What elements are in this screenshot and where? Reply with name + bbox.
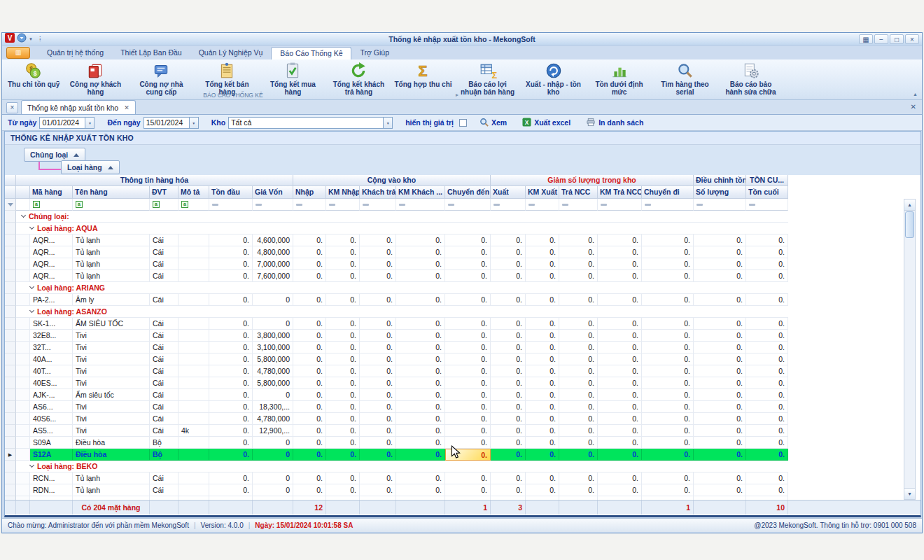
group-row-cell[interactable]: Loại hàng: ARIANG [16, 282, 788, 294]
cell-toncuoi[interactable]: 0. [746, 484, 788, 496]
ribbon-tab[interactable]: Trợ Giúp [351, 47, 398, 59]
cell-xuat[interactable]: 0. [491, 234, 526, 246]
cell-dvt[interactable]: Cái [150, 342, 178, 354]
close-tab-group-icon[interactable]: × [6, 102, 18, 113]
cell-kmxuat[interactable]: 0. [526, 377, 559, 389]
cell-ma[interactable]: PA-2... [30, 294, 73, 306]
column-header-dvt[interactable]: ĐVT [150, 186, 178, 199]
cell-kmkhachtra[interactable]: 0. [396, 425, 445, 437]
cell-chuyendi[interactable]: 0. [642, 294, 694, 306]
cell-dvt[interactable]: Cái [150, 354, 178, 365]
cell-chuyendi[interactable]: 0. [642, 330, 694, 342]
cell-soluong[interactable]: 0. [694, 472, 746, 484]
cell-chuyenden[interactable]: 0. [445, 246, 491, 258]
cell-trancc[interactable]: 0. [559, 294, 598, 306]
group-row-cell[interactable]: Loại hàng: BEKO [16, 461, 788, 472]
cell-khachtra[interactable]: 0. [360, 342, 396, 354]
cell-toncuoi[interactable]: 0. [746, 413, 788, 425]
table-row[interactable]: ▶S12AĐiều hòaBộ0.00.0.0.0.0.0.0.0.0.0.0.… [5, 449, 920, 461]
chevron-down-icon[interactable] [21, 213, 26, 218]
cell-kmxuat[interactable]: 0. [526, 484, 559, 496]
cell-soluong[interactable]: 0. [694, 401, 746, 413]
cell-xuat[interactable]: 0. [491, 258, 526, 270]
column-header-soluong[interactable]: Số lượng [694, 186, 746, 199]
table-row[interactable]: AS5...TiviCái4k0.12,900,...0.0.0.0.0.0.0… [5, 425, 920, 437]
cell-khachtra[interactable]: 0. [360, 425, 396, 437]
cell-dvt[interactable]: Cái [150, 401, 178, 413]
cell-mota[interactable]: 4k [178, 425, 209, 437]
cell-nhap[interactable]: 0. [293, 377, 326, 389]
cell-ma[interactable]: SK-1... [30, 318, 73, 330]
cell-giavon[interactable]: 0 [253, 449, 293, 461]
cell-trancc[interactable]: 0. [559, 449, 598, 461]
cell-kmtrancc[interactable]: 0. [598, 472, 642, 484]
cell-dvt[interactable]: Cái [150, 389, 178, 401]
cell-giavon[interactable]: 5,800,000 [253, 377, 293, 389]
cell-soluong[interactable]: 0. [694, 258, 746, 270]
cell-tondau[interactable]: 0. [209, 330, 253, 342]
filter-cell-kmtrancc[interactable] [598, 199, 642, 211]
cell-chuyendi[interactable]: 0. [642, 234, 694, 246]
table-row[interactable]: RDN...Tủ lạnhCái0.00.0.0.0.0.0.0.0.0.0.0… [5, 484, 920, 496]
table-row[interactable]: 40S6...TiviCái0.4,780,0000.0.0.0.0.0.0.0… [5, 413, 920, 425]
cell-mota[interactable] [178, 484, 209, 496]
cell-giavon[interactable]: 0 [253, 484, 293, 496]
cell-kmxuat[interactable]: 0. [526, 365, 559, 377]
cell-kmnhap[interactable]: 0. [326, 389, 360, 401]
cell-ma[interactable]: AQR... [30, 246, 73, 258]
warehouse-select[interactable] [228, 117, 384, 129]
to-date-input[interactable] [144, 117, 190, 129]
cell-mota[interactable] [178, 413, 209, 425]
cell-kmkhachtra[interactable]: 0. [396, 389, 445, 401]
ribbon-collapse-icon[interactable]: ▲ [913, 92, 918, 97]
from-date-dropdown-icon[interactable]: ▼ [85, 117, 94, 129]
band-header[interactable]: TỒN CU... [746, 175, 788, 186]
cell-kmxuat[interactable]: 0. [526, 330, 559, 342]
cell-kmxuat[interactable]: 0. [526, 294, 559, 306]
cell-ten[interactable]: Tivi [73, 342, 150, 354]
from-date-input[interactable] [39, 117, 85, 129]
cell-soluong[interactable]: 0. [694, 234, 746, 246]
column-header-tondau[interactable]: Tồn đầu [209, 186, 253, 199]
cell-kmtrancc[interactable]: 0. [598, 246, 642, 258]
cell-kmxuat[interactable]: 0. [526, 449, 559, 461]
cell-mota[interactable] [178, 389, 209, 401]
filter-cell-kmnhap[interactable] [326, 199, 360, 211]
cell-kmtrancc[interactable]: 0. [598, 258, 642, 270]
cell-kmxuat[interactable]: 0. [526, 413, 559, 425]
cell-ten[interactable]: Tivi [73, 330, 150, 342]
table-row[interactable]: S09AĐiều hòaBộ0.00.0.0.0.0.0.0.0.0.0.0.0… [5, 437, 920, 449]
cell-giavon[interactable]: 3,100,000 [253, 342, 293, 354]
cell-chuyendi[interactable]: 0. [642, 484, 694, 496]
cell-mota[interactable] [178, 246, 209, 258]
cell-soluong[interactable]: 0. [694, 270, 746, 282]
cell-tondau[interactable]: 0. [209, 377, 253, 389]
table-row[interactable]: AQR...Tủ lạnhCái0.7,600,0000.0.0.0.0.0.0… [5, 270, 920, 282]
group-row-cell[interactable]: Loại hàng: AQUA [16, 223, 788, 234]
column-header-xuat[interactable]: Xuất [491, 186, 526, 199]
cell-mota[interactable] [178, 294, 209, 306]
cell-tondau[interactable]: 0. [209, 389, 253, 401]
cell-toncuoi[interactable]: 0. [746, 270, 788, 282]
cell-kmxuat[interactable]: 0. [526, 401, 559, 413]
cell-chuyendi[interactable]: 0. [642, 342, 694, 354]
cell-xuat[interactable]: 0. [491, 330, 526, 342]
cell-nhap[interactable]: 0. [293, 354, 326, 365]
cell-trancc[interactable]: 0. [559, 484, 598, 496]
group-by-chung-loai[interactable]: Chủng loại [24, 148, 85, 162]
filter-cell-khachtra[interactable] [360, 199, 396, 211]
cell-kmtrancc[interactable]: 0. [598, 354, 642, 365]
cell-kmnhap[interactable]: 0. [326, 377, 360, 389]
tab-close-icon[interactable]: ✕ [124, 104, 130, 111]
cell-ten[interactable]: Điều hòa [73, 437, 150, 449]
cell-kmkhachtra[interactable]: 0. [396, 318, 445, 330]
cell-giavon[interactable]: 7,600,000 [253, 270, 293, 282]
cell-kmkhachtra[interactable]: 0. [396, 365, 445, 377]
ribbon-button[interactable]: ΣTổng hợp thu chi [391, 61, 454, 89]
filter-cell-xuat[interactable] [491, 199, 526, 211]
cell-soluong[interactable]: 0. [694, 354, 746, 365]
cell-soluong[interactable]: 0. [694, 413, 746, 425]
cell-soluong[interactable]: 0. [694, 449, 746, 461]
cell-tondau[interactable]: 0. [209, 484, 253, 496]
cell-kmnhap[interactable]: 0. [326, 449, 360, 461]
